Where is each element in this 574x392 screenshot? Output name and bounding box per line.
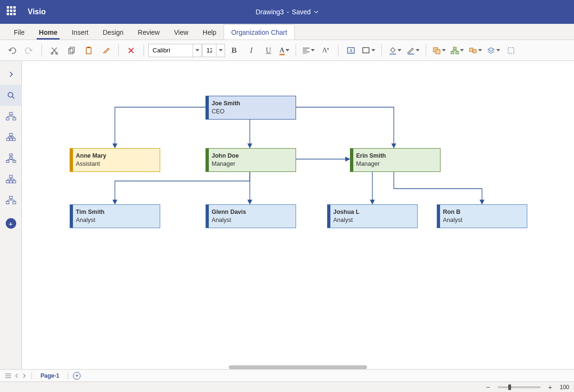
node-title: Analyst bbox=[443, 217, 522, 224]
chevron-down-icon bbox=[219, 49, 223, 51]
layers-button[interactable] bbox=[485, 42, 502, 59]
separator bbox=[118, 44, 119, 57]
stencil-orgchart-3[interactable] bbox=[0, 148, 22, 169]
tab-organization-chart[interactable]: Organization Chart bbox=[224, 24, 295, 40]
node-title: Analyst bbox=[333, 217, 412, 224]
stencil-orgchart-5[interactable] bbox=[0, 190, 22, 211]
svg-rect-25 bbox=[10, 138, 12, 141]
document-save-status: Saved bbox=[292, 8, 311, 16]
plus-icon: + bbox=[75, 372, 79, 379]
tab-help[interactable]: Help bbox=[195, 25, 224, 40]
tab-view[interactable]: View bbox=[167, 25, 195, 40]
fill-color-button[interactable] bbox=[386, 42, 403, 59]
font-size-selector[interactable] bbox=[202, 44, 225, 57]
stencil-orgchart-belt[interactable] bbox=[0, 106, 22, 127]
org-node-analyst-3[interactable]: Joshua L Analyst bbox=[327, 204, 418, 228]
orgchart-icon bbox=[6, 175, 16, 183]
stencil-orgchart-2[interactable] bbox=[0, 127, 22, 148]
page-tab-1[interactable]: Page-1 bbox=[37, 371, 63, 381]
org-node-manager-1[interactable]: John Doe Manager bbox=[205, 148, 296, 172]
all-pages-button[interactable] bbox=[5, 373, 11, 379]
node-name: Erin Smith bbox=[356, 152, 435, 160]
arrange-icon bbox=[432, 47, 441, 54]
text-box-button[interactable]: A bbox=[343, 42, 359, 59]
search-shapes-button[interactable] bbox=[0, 85, 22, 106]
font-name-selector[interactable] bbox=[148, 44, 202, 57]
group-button[interactable] bbox=[467, 42, 484, 59]
org-node-ceo[interactable]: Joe Smith CEO bbox=[205, 96, 296, 120]
format-painter-button[interactable] bbox=[98, 42, 114, 59]
undo-icon bbox=[8, 46, 16, 55]
svg-rect-27 bbox=[10, 154, 12, 156]
font-name-dropdown[interactable] bbox=[193, 44, 201, 57]
zoom-slider[interactable] bbox=[498, 386, 541, 388]
shape-style-icon bbox=[362, 47, 370, 54]
zoom-in-button[interactable]: + bbox=[546, 383, 554, 391]
redo-button[interactable] bbox=[21, 42, 37, 59]
select-button[interactable] bbox=[503, 42, 519, 59]
org-node-analyst-1[interactable]: Tim Smith Analyst bbox=[70, 204, 160, 228]
org-node-manager-2[interactable]: Erin Smith Manager bbox=[350, 148, 441, 172]
zoom-slider-thumb[interactable] bbox=[508, 384, 511, 390]
zoom-level[interactable]: 100 bbox=[560, 384, 569, 391]
svg-rect-9 bbox=[390, 53, 396, 55]
tab-insert[interactable]: Insert bbox=[64, 25, 95, 40]
font-color-button[interactable]: A bbox=[277, 42, 291, 59]
chevron-down-icon bbox=[398, 49, 401, 51]
cut-button[interactable] bbox=[46, 42, 62, 59]
ribbon-toolbar: B I U A A▴ A bbox=[0, 40, 574, 61]
document-title[interactable]: Drawing3 - Saved bbox=[256, 8, 318, 16]
paste-button[interactable] bbox=[81, 42, 97, 59]
org-node-analyst-4[interactable]: Ron B Analyst bbox=[437, 204, 527, 228]
font-size-dropdown[interactable] bbox=[216, 44, 225, 57]
italic-button[interactable]: I bbox=[243, 42, 259, 59]
grow-font-button[interactable]: A▴ bbox=[318, 42, 334, 59]
prev-page-button[interactable] bbox=[14, 373, 19, 379]
svg-rect-18 bbox=[508, 48, 514, 53]
node-color-bar bbox=[350, 149, 353, 171]
position-button[interactable] bbox=[449, 42, 466, 59]
org-node-analyst-2[interactable]: Glenn Davis Analyst bbox=[205, 204, 296, 228]
font-name-input[interactable] bbox=[149, 44, 193, 57]
copy-button[interactable] bbox=[63, 42, 80, 59]
add-stencil-button[interactable]: + bbox=[6, 218, 16, 229]
org-node-assistant[interactable]: Anne Mary Assistant bbox=[70, 148, 160, 172]
chevron-right-icon bbox=[9, 71, 13, 78]
add-page-button[interactable]: + bbox=[73, 372, 81, 380]
svg-rect-17 bbox=[473, 50, 476, 53]
align-button[interactable] bbox=[300, 42, 317, 59]
expand-shapes-panel-button[interactable] bbox=[0, 64, 22, 85]
orgchart-icon bbox=[6, 153, 16, 163]
font-size-input[interactable] bbox=[203, 44, 216, 57]
status-bar: − + 100 bbox=[0, 382, 574, 392]
node-name: Joe Smith bbox=[212, 100, 291, 107]
bucket-icon bbox=[388, 46, 397, 55]
svg-rect-31 bbox=[10, 175, 12, 178]
chevron-down-icon bbox=[416, 49, 420, 51]
zoom-out-button[interactable]: − bbox=[484, 383, 492, 391]
undo-button[interactable] bbox=[4, 42, 20, 59]
text-box-icon: A bbox=[347, 46, 355, 55]
stencil-orgchart-4[interactable] bbox=[0, 169, 22, 190]
tab-home[interactable]: Home bbox=[32, 25, 65, 40]
separator bbox=[296, 44, 296, 57]
horizontal-scrollbar[interactable] bbox=[229, 365, 367, 369]
arrange-button[interactable] bbox=[430, 42, 448, 59]
next-page-button[interactable] bbox=[22, 373, 27, 379]
shape-style-button[interactable] bbox=[360, 42, 377, 59]
line-color-button[interactable] bbox=[404, 42, 421, 59]
app-launcher-icon[interactable] bbox=[7, 6, 18, 18]
tab-review[interactable]: Review bbox=[131, 25, 167, 40]
tab-design[interactable]: Design bbox=[95, 25, 131, 40]
node-color-bar bbox=[70, 205, 73, 228]
chevron-down-icon bbox=[286, 49, 289, 51]
delete-button[interactable] bbox=[123, 42, 139, 59]
layers-icon bbox=[487, 47, 495, 54]
search-icon bbox=[7, 91, 15, 100]
svg-rect-3 bbox=[70, 47, 74, 52]
bold-button[interactable]: B bbox=[226, 42, 242, 59]
drawing-canvas[interactable]: Joe Smith CEO Anne Mary Assistant John D… bbox=[22, 61, 574, 369]
tab-file[interactable]: File bbox=[7, 25, 32, 40]
svg-rect-21 bbox=[6, 118, 9, 120]
underline-button[interactable]: U bbox=[260, 42, 277, 59]
